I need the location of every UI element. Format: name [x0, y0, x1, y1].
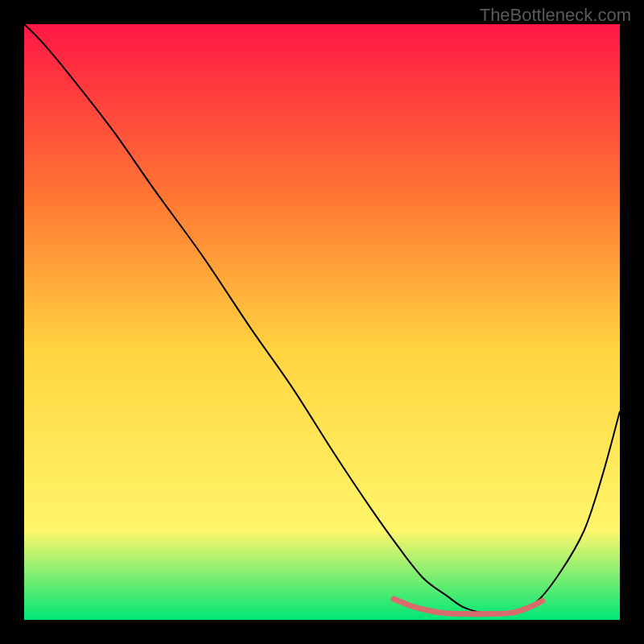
chart-container: TheBottleneck.com — [0, 0, 644, 644]
plot-area — [24, 24, 620, 620]
watermark-text: TheBottleneck.com — [480, 5, 631, 26]
gradient-bg — [24, 24, 620, 620]
chart-svg — [24, 24, 620, 620]
